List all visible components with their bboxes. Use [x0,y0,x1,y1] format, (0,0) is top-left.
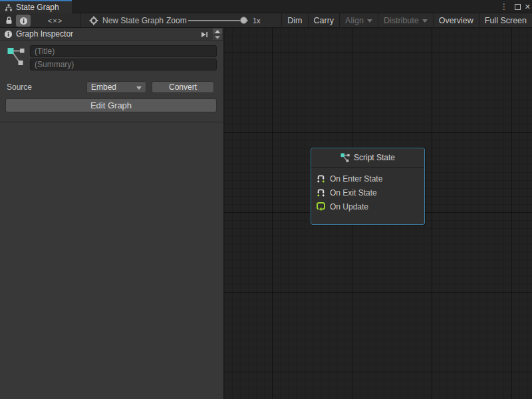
on-enter-state-icon [316,174,326,184]
node-body: On Enter State On Exit State [311,168,424,213]
zoom-label: Zoom [166,13,187,28]
title-input[interactable] [30,45,217,57]
overview-label: Overview [439,14,473,28]
inspector-title: Graph Inspector [16,28,73,41]
list-item: On Exit State [316,186,424,200]
graph-canvas[interactable]: Script State On Enter State [223,28,532,399]
tab-label: State Graph [16,3,59,12]
window-menu-icon[interactable]: ⋮ [500,0,508,13]
summary-input[interactable] [30,59,217,70]
title-bar: State Graph ⋮ ✕ [0,0,532,13]
toolbar-divider [80,13,80,28]
full-screen-label: Full Screen [485,14,527,28]
state-graph-asset-icon [7,46,25,66]
full-screen-button[interactable]: Full Screen [479,13,532,28]
list-item: On Enter State [316,172,424,186]
zoom-slider-track[interactable] [188,20,248,21]
distribute-label: Distribute [384,14,419,28]
triangle-down-icon [215,36,220,39]
overview-button[interactable]: Overview [433,13,479,28]
chevron-down-icon [367,19,372,23]
source-dropdown-value: Embed [91,82,116,92]
align-label: Align [345,14,364,28]
distribute-button[interactable]: Distribute [378,13,433,28]
node-item-label: On Enter State [330,174,382,184]
carry-label: Carry [314,14,334,28]
dock-icon [200,31,208,39]
node-header: Script State [311,148,424,168]
list-item: On Update [316,200,424,213]
edit-graph-button[interactable]: Edit Graph [5,98,217,112]
convert-button[interactable]: Convert [152,81,214,93]
code-view-button[interactable]: <×> [45,14,65,27]
zoom-slider-knob[interactable] [240,17,247,24]
lock-icon [5,16,13,25]
source-label: Source [7,81,32,93]
chevron-down-icon [422,19,428,23]
panel-scroll-stepper [213,29,222,41]
info-icon [4,30,13,39]
dim-label: Dim [287,14,302,28]
state-graph-icon [5,4,13,11]
scroll-up-button[interactable] [213,29,222,34]
graph-inspector-panel: Graph Inspector Source Embed [0,28,223,399]
on-exit-state-icon [316,188,326,198]
script-state-node[interactable]: Script State On Enter State [311,148,425,225]
node-item-label: On Update [330,202,368,211]
dim-button[interactable]: Dim [281,13,307,28]
zoom-value: 1x [253,13,261,28]
graph-asset-icon [89,16,98,25]
tab-state-graph[interactable]: State Graph [0,0,72,13]
maximize-icon[interactable] [515,0,521,13]
inspector-toggle-button[interactable] [16,15,31,27]
lock-button[interactable] [3,14,15,27]
align-button[interactable]: Align [339,13,378,28]
scroll-down-button[interactable] [213,35,222,40]
toolbar-right-group: Dim Carry Align Distribute Overview Full… [281,13,532,28]
graph-breadcrumb[interactable]: New State Graph [89,13,164,28]
graph-name-label: New State Graph [102,16,164,25]
close-icon[interactable]: ✕ [525,0,531,13]
node-title: Script State [354,153,395,162]
node-item-label: On Exit State [330,188,377,198]
carry-button[interactable]: Carry [308,13,340,28]
panel-divider [0,122,223,122]
graph-toolbar: <×> New State Graph Zoom 1x Dim Carry Al… [0,13,532,28]
inspector-header: Graph Inspector [0,28,223,41]
triangle-up-icon [215,30,220,33]
on-update-icon [316,201,326,211]
state-graph-mini-icon [340,153,350,162]
dock-panel-button[interactable] [199,29,209,39]
chevron-down-icon [136,86,142,90]
state-graph-window: State Graph ⋮ ✕ <×> New Sta [0,0,532,399]
source-dropdown[interactable]: Embed [86,81,146,93]
info-icon [19,17,28,25]
